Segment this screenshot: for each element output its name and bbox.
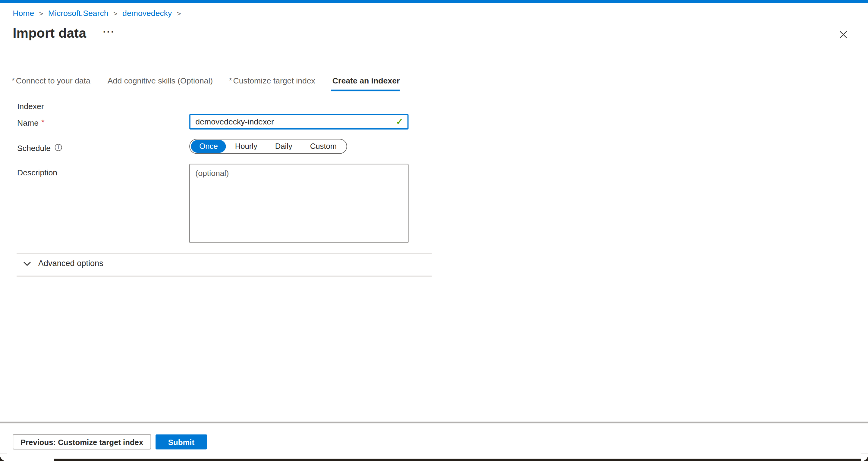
breadcrumb-resource-link[interactable]: demovedecky: [122, 9, 172, 18]
description-textarea[interactable]: [189, 164, 408, 243]
indexer-name-field: ✓: [189, 114, 408, 129]
required-asterisk: *: [12, 76, 15, 85]
schedule-option-hourly[interactable]: Hourly: [226, 140, 266, 153]
schedule-option-once[interactable]: Once: [191, 140, 226, 153]
breadcrumb-separator-icon: >: [39, 10, 43, 18]
valid-check-icon: ✓: [396, 117, 403, 127]
info-icon[interactable]: i: [55, 144, 62, 151]
page-title: Import data: [13, 25, 86, 41]
schedule-option-daily[interactable]: Daily: [266, 140, 301, 153]
tab-connect-to-your-data[interactable]: *Connect to your data: [12, 76, 90, 91]
schedule-field-label: Schedule: [17, 144, 51, 153]
tab-label: Add cognitive skills (Optional): [107, 76, 213, 85]
tab-add-cognitive-skills[interactable]: Add cognitive skills (Optional): [106, 76, 213, 91]
top-accent-bar: [0, 0, 868, 3]
close-icon[interactable]: [836, 28, 849, 41]
desktop-edge-strip: [54, 459, 868, 461]
wizard-tabs: *Connect to your data Add cognitive skil…: [12, 76, 400, 91]
divider: [17, 253, 432, 254]
breadcrumb-separator-icon: >: [177, 10, 181, 18]
tab-label: Create an indexer: [333, 76, 400, 85]
breadcrumb-home-link[interactable]: Home: [13, 9, 34, 18]
window-corner-bottom-right: [861, 453, 868, 461]
footer-buttons: Previous: Customize target index Submit: [13, 434, 207, 450]
breadcrumb-separator-icon: >: [113, 10, 117, 18]
name-label-text: Name: [17, 118, 38, 127]
required-asterisk: *: [41, 118, 44, 127]
schedule-segmented-control: Once Hourly Daily Custom: [189, 139, 347, 154]
advanced-options-label: Advanced options: [38, 259, 103, 268]
indexer-section-label: Indexer: [17, 102, 44, 111]
import-data-blade: Home > Microsoft.Search > demovedecky > …: [0, 0, 868, 461]
previous-step-button[interactable]: Previous: Customize target index: [13, 434, 151, 450]
description-label-text: Description: [17, 168, 57, 177]
description-field-label: Description: [17, 168, 57, 177]
schedule-option-custom[interactable]: Custom: [301, 140, 345, 153]
tab-label: Customize target index: [233, 76, 315, 85]
breadcrumb-service-link[interactable]: Microsoft.Search: [48, 9, 108, 18]
indexer-name-input[interactable]: [190, 115, 396, 128]
advanced-options-toggle[interactable]: Advanced options: [23, 259, 103, 268]
tab-label: Connect to your data: [16, 76, 90, 85]
required-asterisk: *: [229, 76, 232, 85]
schedule-label-text: Schedule: [17, 144, 51, 153]
breadcrumb: Home > Microsoft.Search > demovedecky >: [13, 9, 186, 18]
tab-create-an-indexer[interactable]: Create an indexer: [331, 76, 400, 91]
close-x-glyph: [839, 30, 847, 38]
name-field-label: Name*: [17, 118, 44, 127]
tab-customize-target-index[interactable]: *Customize target index: [229, 76, 315, 91]
footer-divider: [0, 422, 868, 424]
window-corner-bottom-left: [0, 453, 7, 461]
submit-button[interactable]: Submit: [156, 434, 207, 450]
more-options-icon[interactable]: ···: [103, 27, 115, 37]
chevron-down-icon: [23, 261, 31, 266]
divider: [17, 276, 432, 277]
